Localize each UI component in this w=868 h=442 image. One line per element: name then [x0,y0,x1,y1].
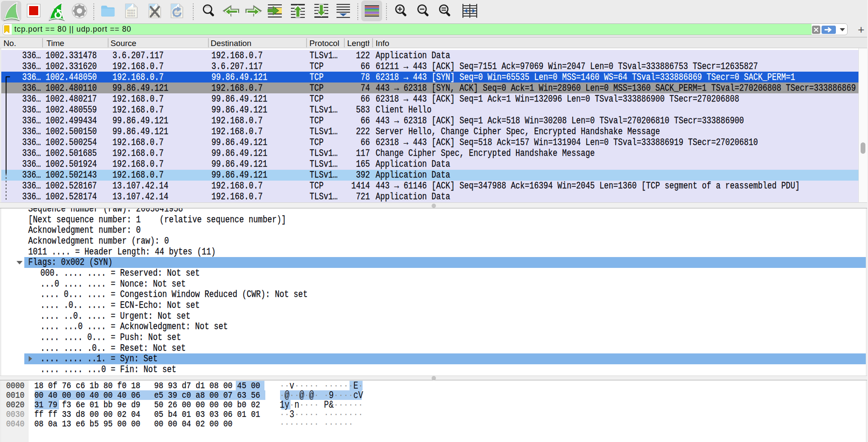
svg-text:01010: 01010 [127,14,135,17]
